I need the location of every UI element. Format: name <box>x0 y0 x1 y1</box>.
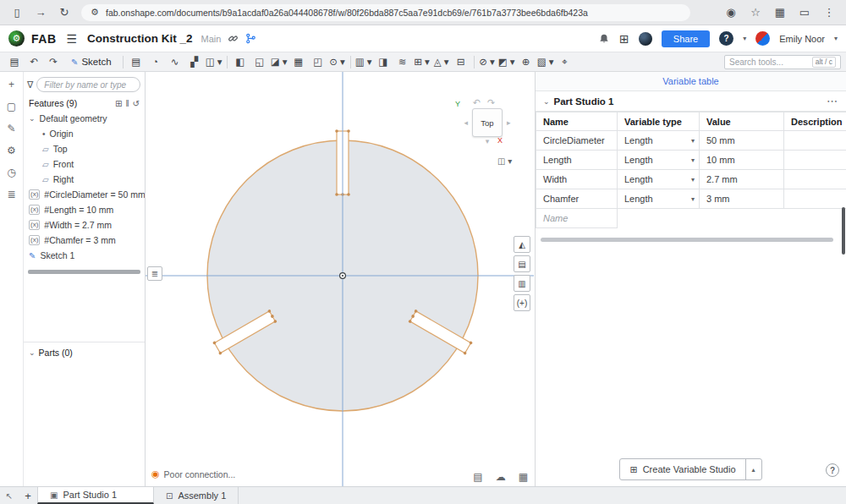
part-studio-section-header[interactable]: ⌄ Part Studio 1 ⋯ <box>536 91 846 112</box>
panel-collapse-handle[interactable]: ≣ <box>147 266 162 281</box>
mate-connector-icon[interactable]: ⌖ <box>556 57 574 68</box>
tree-item-right-plane[interactable]: ▱ Right <box>24 172 145 187</box>
sidebar-toggle-icon[interactable]: ▯ <box>10 6 24 19</box>
feature-sketch-1[interactable]: ✎ Sketch 1 <box>24 248 145 263</box>
plane-icon[interactable]: ⊕ <box>517 56 536 68</box>
panel-toggle-icon[interactable]: ▤ <box>5 56 24 68</box>
add-tab-button[interactable]: + <box>19 487 37 504</box>
settings-panel-icon[interactable]: ⚙ <box>7 145 16 156</box>
thicken-icon[interactable]: ◫ ▾ <box>205 56 223 68</box>
bom-panel-icon[interactable]: ≣ <box>7 189 15 200</box>
filter-funnel-icon[interactable]: ∇ <box>27 79 33 90</box>
rollback-bar[interactable] <box>28 270 140 274</box>
bookmark-star-icon[interactable]: ☆ <box>749 6 762 19</box>
feature-variable-length[interactable]: (x) #Length = 10 mm <box>24 202 145 217</box>
new-variable-name-input[interactable]: Name <box>536 209 618 228</box>
create-button-caret-icon[interactable]: ▴ <box>745 459 761 479</box>
view-right-arrow-icon[interactable]: ▸ <box>507 118 511 127</box>
mirror-icon[interactable]: ◨ <box>374 56 393 68</box>
share-button[interactable]: Share <box>662 30 710 47</box>
undo-icon[interactable]: ↶ <box>25 56 43 68</box>
forward-icon[interactable]: → <box>34 6 47 19</box>
edit-panel-icon[interactable]: ✎ <box>7 123 15 134</box>
variable-type-dropdown[interactable]: Length▾ <box>618 189 700 209</box>
site-settings-icon[interactable]: ⚙ <box>90 7 100 18</box>
workspace-label[interactable]: Main <box>201 34 222 44</box>
variable-type-dropdown[interactable]: Length▾ <box>618 151 700 170</box>
address-bar[interactable]: ⚙ fab.onshape.com/documents/b9a1acdaf0a2… <box>81 4 690 21</box>
view-left-arrow-icon[interactable]: ◂ <box>464 118 468 127</box>
feature-variable-width[interactable]: (x) #Width = 2.7 mm <box>24 217 145 233</box>
variable-value-cell[interactable]: 2.7 mm <box>700 170 784 189</box>
passwords-icon[interactable]: ◉ <box>724 6 738 19</box>
modify-fillet-icon[interactable]: ⊘ ▾ <box>478 56 497 68</box>
surface-tools-icon[interactable]: ◩ ▾ <box>497 56 516 68</box>
history-panel-icon[interactable]: ◷ <box>7 167 15 178</box>
named-views-icon[interactable]: ▥ <box>514 275 530 292</box>
user-name[interactable]: Emily Noor <box>779 34 825 44</box>
main-menu-icon[interactable]: ☰ <box>67 32 78 46</box>
help-menu-icon[interactable]: ? <box>719 31 733 46</box>
search-tools-box[interactable]: alt / c <box>724 55 841 69</box>
document-title[interactable]: Construction Kit _2 <box>87 32 193 45</box>
link-icon[interactable] <box>228 33 239 44</box>
branch-icon[interactable] <box>245 33 256 44</box>
variable-name-cell[interactable]: Chamfer <box>536 189 618 209</box>
cloud-sync-icon[interactable]: ☁ <box>496 471 506 483</box>
create-variable-studio-button[interactable]: ⊞ Create Variable Studio ▴ <box>619 458 761 480</box>
redo-icon[interactable]: ↷ <box>44 56 63 68</box>
rotate-cw-icon[interactable]: ↷ <box>487 97 502 107</box>
performance-icon[interactable]: ▦ <box>519 471 528 483</box>
tree-item-top-plane[interactable]: ▱ Top <box>24 141 145 156</box>
variable-name-cell[interactable]: Length <box>536 151 618 170</box>
variable-type-dropdown[interactable]: Length▾ <box>618 131 700 151</box>
chevron-down-icon[interactable]: ⌄ <box>29 348 36 357</box>
variable-value-cell[interactable]: 50 mm <box>700 131 784 151</box>
variable-description-cell[interactable] <box>784 131 846 151</box>
chevron-down-icon[interactable]: ⌄ <box>29 114 36 123</box>
view-down-arrow-icon[interactable]: ▾ <box>447 137 528 145</box>
variable-description-cell[interactable] <box>784 189 846 209</box>
printer-icon[interactable]: ▤ <box>473 471 482 483</box>
browser-menu-icon[interactable]: ⋮ <box>822 6 836 19</box>
variable-description-cell[interactable] <box>784 170 846 189</box>
extensions-icon[interactable]: ▦ <box>773 6 787 19</box>
search-tools-input[interactable] <box>729 58 809 67</box>
tab-assembly-1[interactable]: ⊡ Assembly 1 <box>154 487 239 504</box>
user-avatar[interactable] <box>755 31 770 46</box>
variable-type-dropdown[interactable]: Length▾ <box>618 170 700 189</box>
frame-tools-icon[interactable]: ▧ ▾ <box>536 56 555 68</box>
shell-icon[interactable]: ◰ <box>309 56 327 68</box>
view-cube-face[interactable]: Top <box>472 108 503 137</box>
refresh-icon[interactable]: ↻ <box>58 6 71 19</box>
sketch-button[interactable]: ✎ Sketch <box>63 56 119 68</box>
feature-variable-circlediameter[interactable]: (x) #CircleDiameter = 50 mm <box>24 187 145 202</box>
horizontal-scrollbar[interactable] <box>541 238 833 242</box>
mate-connector-filter-icon[interactable]: (+) <box>514 294 530 311</box>
variable-name-cell[interactable]: CircleDiameter <box>536 131 618 151</box>
vertical-scrollbar[interactable] <box>842 207 845 255</box>
rib-icon[interactable]: ▦ <box>289 56 308 68</box>
sweep-icon[interactable]: ∿ <box>166 56 184 68</box>
hole-icon[interactable]: ⊙ ▾ <box>328 56 347 68</box>
comment-panel-icon[interactable]: ▢ <box>7 101 16 112</box>
notifications-bell-icon[interactable] <box>598 33 610 45</box>
feature-variable-chamfer[interactable]: (x) #Chamfer = 3 mm <box>24 233 145 248</box>
section-view-icon[interactable]: ◭ <box>514 236 530 253</box>
revolve-icon[interactable]: ◔ <box>146 57 165 67</box>
rollback-pause-icon[interactable]: ‖ <box>125 99 129 108</box>
insert-feature-icon[interactable]: ⊞ <box>115 99 122 108</box>
tab-part-studio-1[interactable]: ▣ Part Studio 1 <box>37 487 154 504</box>
app-store-grid-icon[interactable]: ⊞ <box>619 32 629 46</box>
insert-new-icon[interactable]: + <box>8 79 14 90</box>
tree-item-front-plane[interactable]: ▱ Front <box>24 156 145 172</box>
loft-icon[interactable]: ▞ <box>185 56 204 68</box>
split-icon[interactable]: ⊞ ▾ <box>413 56 431 68</box>
view-cube-menu-icon[interactable]: ◫ ▾ <box>497 156 512 166</box>
section-menu-icon[interactable]: ⋯ <box>827 95 838 107</box>
delete-part-icon[interactable]: ⊟ <box>452 56 470 68</box>
tree-item-default-geometry[interactable]: ⌄ Default geometry <box>24 111 145 126</box>
variable-description-cell[interactable] <box>784 151 846 170</box>
variable-value-cell[interactable]: 10 mm <box>700 151 784 170</box>
variable-value-cell[interactable]: 3 mm <box>700 189 784 209</box>
